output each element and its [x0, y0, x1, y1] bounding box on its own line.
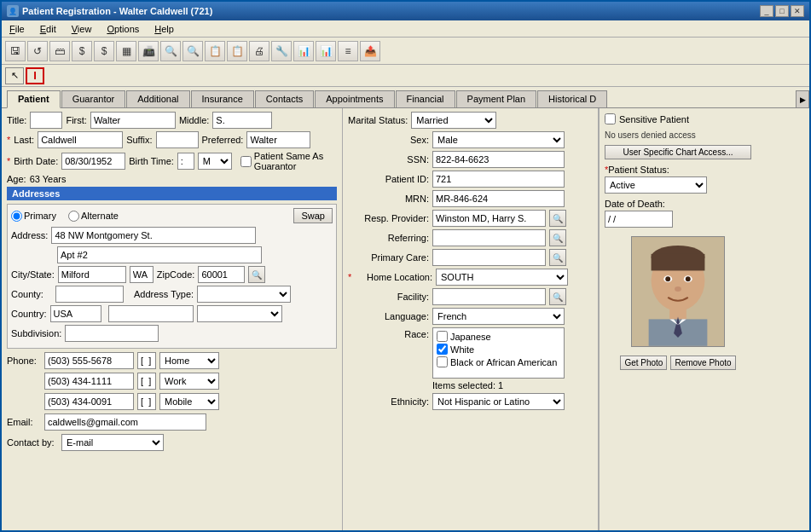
country-extra-input[interactable]: [108, 305, 194, 322]
home-location-select[interactable]: SOUTHNORTH: [436, 269, 568, 286]
user-specific-chart-btn[interactable]: User Specific Chart Access...: [605, 145, 751, 159]
race-white-check[interactable]: [437, 344, 448, 355]
menu-file[interactable]: File: [7, 23, 27, 35]
language-select[interactable]: FrenchEnglishSpanish: [432, 308, 565, 325]
menu-edit[interactable]: Edit: [38, 23, 59, 35]
resp-provider-input[interactable]: [432, 210, 546, 227]
primary-radio[interactable]: [11, 211, 22, 222]
menu-help[interactable]: Help: [152, 23, 177, 35]
city-input[interactable]: [58, 266, 126, 283]
menu-view[interactable]: View: [69, 23, 95, 35]
address1-input[interactable]: [51, 227, 256, 244]
sex-select[interactable]: MaleFemale: [432, 131, 565, 148]
toolbar-clip2[interactable]: 📋: [227, 41, 247, 61]
tab-historical[interactable]: Historical D: [537, 90, 607, 107]
address-type-select[interactable]: [197, 286, 291, 303]
toolbar-calc[interactable]: ▦: [116, 41, 136, 61]
primary-care-input[interactable]: [432, 249, 546, 266]
birth-date-input[interactable]: [61, 153, 125, 170]
phone1-type[interactable]: HomeWorkMobile: [159, 352, 219, 369]
first-input[interactable]: [90, 112, 176, 129]
minimize-button[interactable]: _: [760, 5, 773, 17]
country-select[interactable]: [197, 305, 282, 322]
phone1-input[interactable]: [44, 352, 134, 369]
tab-scroll-right[interactable]: ▶: [796, 90, 809, 107]
facility-input[interactable]: [432, 288, 546, 305]
facility-search-btn[interactable]: 🔍: [549, 288, 566, 305]
toolbar-chart2[interactable]: 📊: [316, 41, 336, 61]
subdivision-input[interactable]: [65, 325, 159, 342]
patient-id-input[interactable]: [432, 171, 565, 188]
ethnicity-select[interactable]: Not Hispanic or LatinoHispanic or Latino: [432, 393, 565, 410]
no-users-denied: No users denied access: [605, 130, 751, 140]
ssn-input[interactable]: [432, 151, 565, 168]
toolbar-search2[interactable]: 🔍: [182, 41, 203, 61]
county-input[interactable]: [55, 286, 124, 303]
tab-guarantor[interactable]: Guarantor: [61, 90, 126, 107]
sensitive-patient-check[interactable]: [605, 113, 616, 124]
toolbar-refresh[interactable]: ↺: [27, 41, 48, 61]
menu-options[interactable]: Options: [104, 23, 142, 35]
remove-photo-button[interactable]: Remove Photo: [670, 356, 735, 370]
toolbar-export[interactable]: 📤: [360, 41, 380, 61]
toolbar-chart[interactable]: 📊: [293, 41, 314, 61]
birth-time-colon[interactable]: [177, 153, 194, 170]
contact-by-select[interactable]: E-mailPhoneMail: [61, 434, 164, 451]
referring-input[interactable]: [432, 229, 546, 246]
sub-cursor-btn[interactable]: ↖: [5, 67, 24, 84]
toolbar-print[interactable]: 🖨: [249, 41, 269, 61]
tab-patient[interactable]: Patient: [7, 90, 61, 108]
email-input[interactable]: [44, 413, 206, 431]
toolbar-chart3[interactable]: ≡: [338, 41, 358, 61]
birth-time-ampm[interactable]: M AM PM: [198, 153, 232, 170]
race-black-check[interactable]: [437, 356, 448, 367]
resp-provider-search-btn[interactable]: 🔍: [549, 210, 566, 227]
mrn-input[interactable]: [432, 190, 565, 207]
phone3-ext[interactable]: [137, 393, 156, 410]
country-input[interactable]: [50, 305, 101, 322]
primary-care-search-btn[interactable]: 🔍: [549, 249, 566, 266]
same-as-guarantor-check[interactable]: [240, 156, 252, 167]
phone2-type[interactable]: WorkHomeMobile: [159, 373, 219, 390]
toolbar-wrench[interactable]: 🔧: [271, 41, 292, 61]
marital-select[interactable]: MarriedSingleDivorced: [411, 112, 496, 129]
tab-contacts[interactable]: Contacts: [255, 90, 314, 107]
patient-status-select[interactable]: Active Inactive Deceased: [605, 176, 707, 194]
tab-financial[interactable]: Financial: [396, 90, 455, 107]
phone2-ext[interactable]: [137, 373, 156, 390]
phone1-ext[interactable]: [137, 352, 156, 369]
phone3-input[interactable]: [44, 393, 134, 410]
middle-label: Middle:: [179, 115, 209, 125]
race-japanese-check[interactable]: [437, 331, 448, 342]
tab-additional[interactable]: Additional: [126, 90, 189, 107]
tab-payment-plan[interactable]: Payment Plan: [456, 90, 536, 107]
title-input[interactable]: [30, 112, 62, 129]
tab-insurance[interactable]: Insurance: [191, 90, 254, 107]
tab-appointments[interactable]: Appointments: [315, 90, 394, 107]
zip-input[interactable]: [198, 266, 245, 283]
phone3-type[interactable]: MobileHomeWork: [159, 393, 219, 410]
middle-input[interactable]: [212, 112, 272, 129]
toolbar-new[interactable]: 🖫: [5, 41, 26, 61]
date-of-death-input[interactable]: [605, 211, 673, 228]
zip-search-btn[interactable]: 🔍: [248, 266, 265, 283]
phone2-input[interactable]: [44, 373, 134, 390]
sub-pin-btn[interactable]: I: [26, 67, 44, 84]
toolbar-dollar[interactable]: $: [72, 41, 92, 61]
suffix-input[interactable]: [156, 131, 199, 148]
preferred-input[interactable]: [246, 131, 310, 148]
last-input[interactable]: [38, 131, 123, 148]
get-photo-button[interactable]: Get Photo: [620, 356, 667, 370]
referring-search-btn[interactable]: 🔍: [549, 229, 566, 246]
toolbar-clip[interactable]: 📋: [205, 41, 225, 61]
toolbar-search[interactable]: 🔍: [160, 41, 181, 61]
alternate-radio[interactable]: [68, 211, 79, 222]
toolbar-fax[interactable]: 📠: [138, 41, 159, 61]
toolbar-dollar2[interactable]: $: [94, 41, 114, 61]
address2-input[interactable]: [57, 246, 262, 263]
state-input[interactable]: [130, 266, 154, 283]
toolbar-folder[interactable]: 🗃: [49, 41, 70, 61]
maximize-button[interactable]: □: [775, 5, 789, 17]
swap-button[interactable]: Swap: [293, 208, 333, 223]
close-button[interactable]: ✕: [791, 5, 804, 17]
